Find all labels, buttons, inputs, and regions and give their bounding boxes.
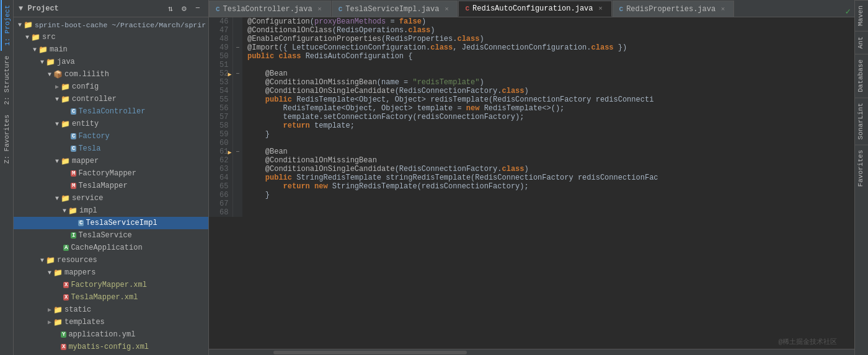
fold-55 [232, 95, 242, 104]
tree-main[interactable]: ▼ 📁 main [14, 43, 208, 56]
tree-java[interactable]: ▼ 📁 java [14, 56, 208, 68]
ln-51: 51 [209, 61, 232, 69]
src-folder-icon: 📁 [31, 33, 40, 42]
maven-panel-tab[interactable]: Maven [855, 0, 868, 31]
config-arrow: ▶ [53, 83, 61, 90]
main-label: main [50, 45, 68, 54]
tree-application-yml[interactable]: Y application.yml [14, 328, 208, 341]
right-panels: Maven Ant Database SonarLint Favorites [854, 0, 868, 355]
line-content-67 [242, 199, 854, 208]
fold-52[interactable]: ▶− [232, 69, 242, 78]
src-arrow: ▼ [24, 34, 31, 41]
tab-redis-auto-config[interactable]: C RedisAutoConfiguration.java × [458, 1, 611, 17]
fold-58 [232, 121, 242, 130]
tree-mybatis-config[interactable]: X mybatis-config.xml [14, 341, 208, 353]
tree-factory-mapper[interactable]: M FactoryMapper [14, 167, 208, 180]
tree-factory-mapper-xml[interactable]: X FactoryMapper.xml [14, 279, 208, 291]
code-line-55: 55 public RedisTemplate<Object, Object> … [209, 95, 854, 104]
tab-close-4[interactable]: × [719, 5, 727, 14]
tree-tesla-mapper-xml[interactable]: X TeslaMapper.xml [14, 291, 208, 304]
service-label: service [72, 194, 103, 203]
tree-resources[interactable]: ▼ 📁 resources [14, 254, 208, 266]
fold-61[interactable]: ▶− [232, 147, 242, 156]
templates-folder-icon: 📁 [53, 318, 63, 327]
tree-mappers[interactable]: ▼ 📁 mappers [14, 266, 208, 279]
ant-panel-tab[interactable]: Ant [855, 31, 868, 54]
service-arrow: ▼ [53, 195, 61, 202]
sonarlint-panel-tab[interactable]: SonarLint [855, 97, 868, 144]
code-line-57: 57 template.setConnectionFactory(redisCo… [209, 113, 854, 121]
tree-src[interactable]: ▼ 📁 src [14, 31, 208, 43]
line-content-63: @ConditionalOnSingleCandidate(RedisConne… [242, 165, 854, 173]
project-dropdown[interactable]: ▼ Project [19, 4, 59, 13]
fold-60 [232, 139, 242, 147]
tree-controller[interactable]: ▼ 📁 controller [14, 93, 208, 105]
tree-entity[interactable]: ▼ 📁 entity [14, 118, 208, 130]
tree-root[interactable]: ▼ 📁 sprint-boot-cache ~/Practice/March/s… [14, 19, 208, 31]
code-container: 46 @Configuration(proxyBeanMethods = fal… [209, 17, 854, 349]
fold-56 [232, 104, 242, 113]
ln-54: 54 [209, 87, 232, 95]
tc-icon: C [71, 108, 76, 115]
tree-tesla-mapper[interactable]: M TeslaMapper [14, 180, 208, 192]
tab-tesla-controller[interactable]: C TeslaController.java × [209, 1, 331, 17]
ca-icon: A [63, 245, 69, 251]
java-arrow: ▼ [38, 59, 46, 66]
favorites-panel-tab[interactable]: Favorites [855, 144, 868, 191]
ln-68: 68 [209, 208, 232, 217]
tree-tesla[interactable]: C Tesla [14, 142, 208, 155]
mc-label: mybatis-config.xml [68, 343, 149, 351]
ln-57: 57 [209, 113, 232, 121]
tab-icon-2: C [339, 6, 343, 13]
tree-impl[interactable]: ▼ 📁 impl [14, 204, 208, 217]
sidebar-toolbar: ⇅ ⚙ − [165, 3, 203, 14]
tmx-icon: X [63, 294, 69, 300]
code-line-58: 58 return template; [209, 121, 854, 130]
editor-area: C TeslaController.java × C TeslaServiceI… [209, 0, 854, 355]
tab-tesla-service-impl[interactable]: C TeslaServiceImpl.java × [332, 1, 458, 17]
service-folder-icon: 📁 [61, 194, 70, 203]
tree-mapper[interactable]: ▼ 📁 mapper [14, 155, 208, 167]
tree-tesla-controller[interactable]: C TeslaController [14, 105, 208, 118]
code-scroll[interactable]: 46 @Configuration(proxyBeanMethods = fal… [209, 17, 854, 349]
factory-label: Factory [78, 132, 109, 141]
mappers-arrow: ▼ [46, 270, 53, 276]
ln-53: 53 [209, 78, 232, 87]
tree-cache-app[interactable]: A CacheApplication [14, 242, 208, 254]
tree-static[interactable]: ▶ 📁 static [14, 304, 208, 316]
vtab-favorites[interactable]: Z: Favorites [1, 110, 12, 169]
java-folder-icon: 📁 [46, 58, 55, 67]
fold-67 [232, 199, 242, 208]
static-folder-icon: 📁 [53, 305, 63, 315]
line-content-62: @ConditionalOnMissingBean [242, 156, 854, 165]
sidebar-header: ▼ Project ⇅ ⚙ − [14, 0, 208, 17]
tree-factory[interactable]: C Factory [14, 130, 208, 142]
tree-templates[interactable]: ▶ 📁 templates [14, 316, 208, 328]
tree-com-lilith[interactable]: ▼ 📦 com.lilith [14, 68, 208, 81]
line-content-55: public RedisTemplate<Object, Object> red… [242, 95, 854, 104]
horizontal-scrollbar[interactable] [209, 349, 854, 355]
database-panel-tab[interactable]: Database [855, 54, 868, 97]
ln-65: 65 [209, 182, 232, 191]
yml-label: application.yml [68, 330, 135, 339]
tab-bar: C TeslaController.java × C TeslaServiceI… [209, 0, 854, 17]
tab-redis-properties[interactable]: C RedisProperties.java × [613, 1, 735, 17]
impl-arrow: ▼ [61, 208, 68, 214]
tree-service[interactable]: ▼ 📁 service [14, 192, 208, 204]
fold-49[interactable]: − [232, 43, 242, 52]
h-scrollbar-thumb[interactable] [273, 351, 467, 354]
fm-label: FactoryMapper [78, 169, 136, 178]
tab-close-2[interactable]: × [442, 5, 451, 14]
ln-64: 64 [209, 173, 232, 182]
tree-config[interactable]: ▶ 📁 config [14, 81, 208, 93]
tsi-icon: C [78, 220, 84, 226]
vtab-project[interactable]: 1: Project [1, 0, 13, 51]
minimize-icon[interactable]: − [192, 3, 203, 14]
tab-close-3[interactable]: × [596, 4, 605, 13]
vtab-structure[interactable]: 2: Structure [1, 51, 12, 110]
tree-tesla-service-impl[interactable]: C TeslaServiceImpl [14, 217, 208, 229]
gear-icon[interactable]: ⚙ [179, 3, 190, 14]
tree-tesla-service[interactable]: I TeslaService [14, 229, 208, 242]
sync-icon[interactable]: ⇅ [165, 3, 176, 14]
tab-close-1[interactable]: × [316, 5, 324, 14]
